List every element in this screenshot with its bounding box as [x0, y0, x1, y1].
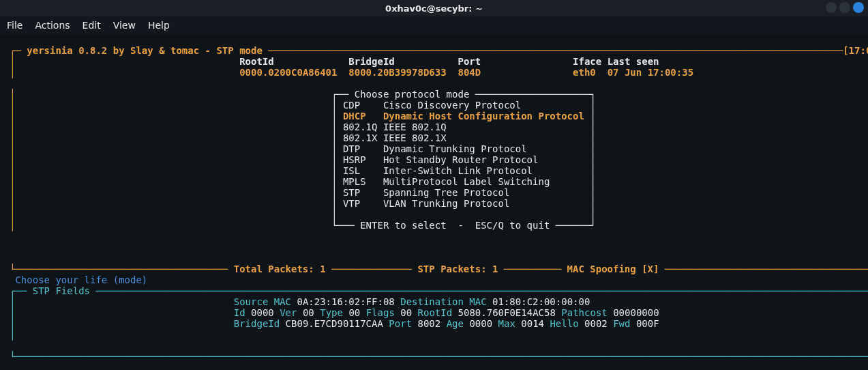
- protocol-item-802.1q[interactable]: │ │ 802.1Q IEEE 802.1Q │: [10, 122, 596, 132]
- protocol-item-vtp[interactable]: │ │ VTP VLAN Trunking Protocol │: [10, 198, 596, 209]
- window-title: 0xhav0c@secybr: ~: [385, 3, 483, 14]
- menubar: File Actions Edit View Help: [0, 16, 868, 34]
- window-titlebar: 0xhav0c@secybr: ~: [0, 0, 868, 16]
- table-header: │ RootId BridgeId Port Iface Last seen: [10, 56, 659, 67]
- menu-bottom: │ └─── ENTER to select - ESC/Q to quit ─…: [10, 220, 596, 231]
- menu-view[interactable]: View: [113, 20, 136, 31]
- protocol-item-hsrp[interactable]: │ │ HSRP Hot Standby Router Protocol │: [10, 154, 596, 165]
- protocol-item-802.1x[interactable]: │ │ 802.1X IEEE 802.1X │: [10, 132, 596, 143]
- stp-frame-bottom: └───────────────────────────────────────…: [10, 351, 868, 362]
- stp-empty: │ │: [10, 329, 868, 340]
- terminal: ┌─ yersinia 0.8.2 by Slay & tomac - STP …: [0, 34, 868, 370]
- menu-top: │ ┌── Choose protocol mode ─────────────…: [10, 89, 596, 100]
- protocol-item-isl[interactable]: │ │ ISL Inter-Switch Link Protocol │: [10, 165, 596, 176]
- maximize-button[interactable]: [839, 2, 850, 13]
- stp-field-line: │ BridgeId CB09.E7CD90117CAA Port 8002 A…: [10, 318, 659, 329]
- menu-spacer: │ │ │: [10, 209, 596, 220]
- stp-field-line: │ Id 0000 Ver 00 Type 00 Flags 00 RootId…: [10, 307, 659, 318]
- close-button[interactable]: [853, 2, 864, 13]
- menu-edit[interactable]: Edit: [83, 20, 101, 31]
- protocol-item-cdp[interactable]: │ │ CDP Cisco Discovery Protocol │: [10, 100, 596, 111]
- protocol-item-stp[interactable]: │ │ STP Spanning Tree Protocol │: [10, 187, 596, 198]
- menu-help[interactable]: Help: [148, 20, 170, 31]
- menu-file[interactable]: File: [7, 20, 23, 31]
- frame-top: ┌─ yersinia 0.8.2 by Slay & tomac - STP …: [10, 45, 868, 56]
- hint-line: Choose your life (mode): [10, 274, 147, 285]
- protocol-item-dhcp[interactable]: │ │ DHCP Dynamic Host Configuration Prot…: [10, 111, 596, 122]
- status-bar: └───────────────────────────────────── T…: [10, 264, 868, 274]
- minimize-button[interactable]: [826, 2, 837, 13]
- stp-field-line: │ Source MAC 0A:23:16:02:FF:08 Destinati…: [10, 296, 590, 307]
- stp-frame-top: ┌── STP Fields ─────────────────────────…: [10, 285, 868, 296]
- menu-actions[interactable]: Actions: [35, 20, 70, 31]
- protocol-item-dtp[interactable]: │ │ DTP Dynamic Trunking Protocol │: [10, 143, 596, 154]
- table-row: │ 0000.0200C0A86401 8000.20B39978D633 80…: [10, 67, 693, 78]
- protocol-item-mpls[interactable]: │ │ MPLS MultiProtocol Label Switching │: [10, 176, 596, 187]
